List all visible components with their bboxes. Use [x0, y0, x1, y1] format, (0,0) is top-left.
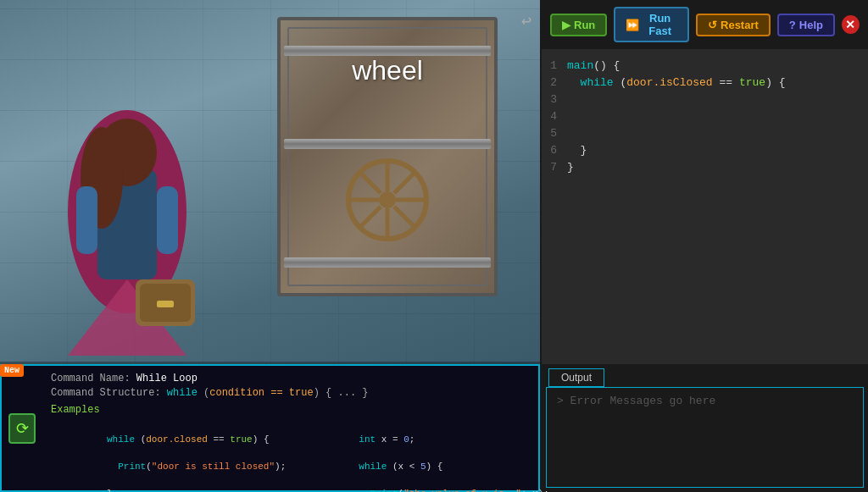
line-num-6: 6: [542, 142, 567, 159]
code-line-1: 1 main() {: [542, 58, 868, 75]
close-button[interactable]: ✕: [842, 15, 860, 34]
svg-line-19: [359, 207, 381, 228]
line-content-2: while (door.isClosed == true) {: [567, 75, 786, 91]
door-bar-mid: [284, 139, 491, 149]
example-block-1: while (door.closed == true) { Print("doo…: [51, 419, 286, 492]
svg-line-18: [394, 172, 415, 193]
code-line-2: 2 while (door.isClosed == true) {: [542, 75, 868, 91]
toolbar: ▶ Run ⏩ Run Fast ↺ Restart ? Help ✕: [542, 0, 868, 49]
line-content-1: main() {: [567, 58, 620, 75]
line-num-5: 5: [542, 125, 567, 142]
line-content-6: }: [567, 142, 587, 159]
line-num-7: 7: [542, 159, 567, 176]
command-name-value: While Loop: [136, 373, 198, 384]
new-badge: New: [0, 364, 24, 377]
line-num-4: 4: [542, 108, 567, 125]
game-viewport: wheel ↩: [0, 0, 540, 364]
output-panel: Output > Error Messages go here: [540, 364, 868, 492]
command-struct: Command Structure: while (condition == t…: [51, 387, 549, 399]
bottom-section: New ⟳ Command Name: While Loop Command S…: [0, 364, 868, 492]
help-label: Help: [799, 19, 823, 31]
undo-arrow[interactable]: ↩: [521, 10, 531, 31]
command-content: Command Name: While Loop Command Structu…: [42, 366, 558, 490]
run-icon: ▶: [562, 19, 570, 31]
run-label: Run: [574, 19, 595, 31]
line-content-7: }: [567, 159, 574, 176]
line-num-1: 1: [542, 58, 567, 75]
close-icon: ✕: [845, 18, 855, 31]
top-section: wheel ↩ ▶ Run ⏩ Run Fast ↺ Restart: [0, 0, 868, 364]
run-fast-label: Run Fast: [643, 12, 677, 37]
wheel-icon: [345, 158, 430, 242]
door-bar-bot: [284, 257, 491, 268]
example-block-2: int x = 0; while (x < 5) { Print("the va…: [303, 419, 548, 492]
loop-icon: ⟳: [16, 419, 29, 438]
code-line-5: 5: [542, 125, 868, 142]
command-panel: New ⟳ Command Name: While Loop Command S…: [0, 364, 540, 492]
run-button[interactable]: ▶ Run: [550, 14, 607, 36]
help-button[interactable]: ? Help: [777, 14, 835, 36]
svg-rect-6: [157, 186, 178, 254]
command-struct-kw: while: [167, 387, 198, 399]
restart-label: Restart: [721, 19, 759, 31]
code-line-4: 4: [542, 108, 868, 125]
svg-point-11: [379, 191, 396, 208]
svg-rect-5: [76, 186, 97, 254]
toolbar-left: ▶ Run ⏩ Run Fast ↺ Restart ? Help: [550, 7, 835, 42]
code-panel: ▶ Run ⏩ Run Fast ↺ Restart ? Help ✕: [540, 0, 868, 364]
command-struct-cond: condition == true: [209, 387, 313, 399]
svg-line-16: [359, 172, 381, 193]
command-icon-inner: ⟳: [8, 413, 36, 444]
door-container: wheel: [277, 17, 498, 296]
help-icon: ?: [789, 19, 796, 31]
command-name-label: Command Name:: [51, 373, 136, 384]
svg-line-17: [394, 207, 415, 228]
command-struct-label-text: Command Structure:: [51, 387, 167, 399]
restart-icon: ↺: [708, 19, 717, 31]
code-line-6: 6 }: [542, 142, 868, 159]
examples-label: Examples: [51, 404, 549, 416]
command-icon-area: ⟳: [2, 366, 42, 490]
code-line-3: 3: [542, 91, 868, 108]
code-editor[interactable]: 1 main() { 2 while (door.isClosed == tru…: [542, 49, 868, 364]
run-fast-icon: ⏩: [626, 19, 639, 31]
output-content: > Error Messages go here: [546, 387, 864, 488]
code-line-7: 7 }: [542, 159, 868, 176]
command-title: Command Name: While Loop: [51, 373, 549, 384]
restart-button[interactable]: ↺ Restart: [696, 14, 771, 36]
line-num-3: 3: [542, 91, 567, 108]
character: [51, 42, 203, 364]
line-num-2: 2: [542, 75, 567, 91]
wheel-label: wheel: [352, 55, 423, 86]
run-fast-button[interactable]: ⏩ Run Fast: [614, 7, 689, 42]
examples-row: while (door.closed == true) { Print("doo…: [51, 419, 549, 492]
output-placeholder: > Error Messages go here: [557, 395, 715, 407]
svg-rect-9: [157, 301, 174, 307]
